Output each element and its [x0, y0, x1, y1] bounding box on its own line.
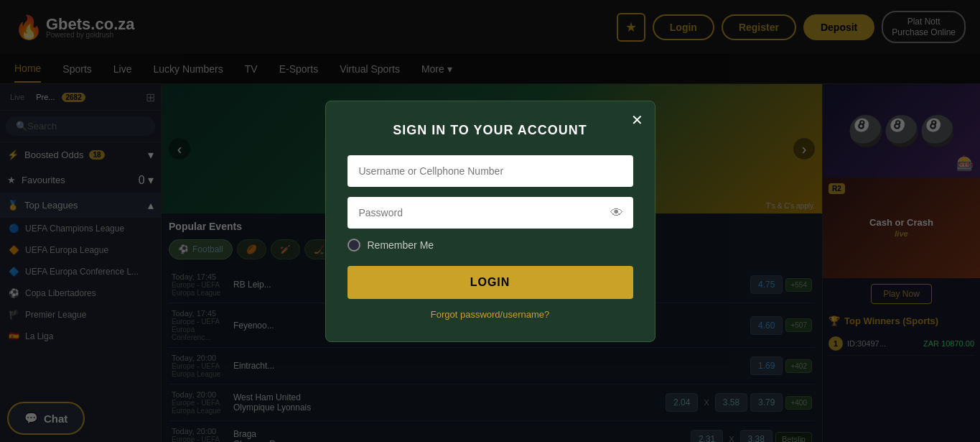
remember-me-row: Remember Me — [347, 239, 633, 252]
password-input[interactable] — [347, 197, 633, 229]
username-input[interactable] — [347, 155, 633, 187]
modal-close-button[interactable]: ✕ — [631, 111, 643, 129]
forgot-password-link[interactable]: Forgot password/username? — [347, 309, 633, 320]
login-submit-button[interactable]: LOGIN — [347, 266, 633, 299]
modal-overlay[interactable]: SIGN IN TO YOUR ACCOUNT ✕ 👁 Remember Me … — [0, 0, 980, 442]
remember-me-radio[interactable] — [347, 239, 360, 252]
password-wrap: 👁 — [347, 197, 633, 229]
sign-in-modal: SIGN IN TO YOUR ACCOUNT ✕ 👁 Remember Me … — [325, 101, 655, 342]
remember-me-label: Remember Me — [368, 239, 434, 251]
modal-title: SIGN IN TO YOUR ACCOUNT — [347, 123, 633, 138]
eye-icon[interactable]: 👁 — [610, 205, 623, 220]
